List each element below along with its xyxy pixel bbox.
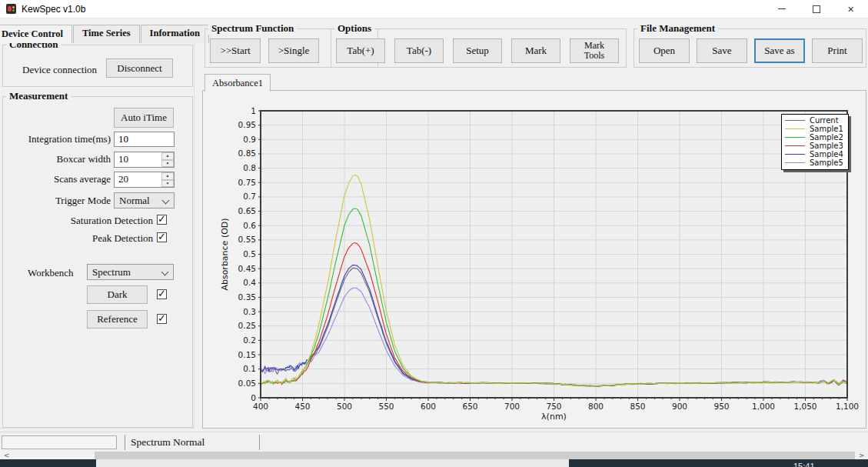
setup-button[interactable]: Setup: [453, 38, 502, 63]
peak-detection-label: Peak Detection: [15, 232, 153, 245]
measurement-groupbox: Measurement Auto iTime Integration time(…: [2, 96, 193, 428]
disconnect-button[interactable]: Disconnect: [106, 58, 173, 78]
spin-down-icon[interactable]: ▼: [161, 180, 174, 188]
taskbar-clock: 15:41: [793, 462, 815, 467]
dark-checkbox[interactable]: [157, 289, 167, 299]
svg-text:0.65: 0.65: [238, 206, 256, 215]
minimize-icon: [778, 8, 786, 9]
legend-item: Sample4: [785, 150, 843, 158]
close-button[interactable]: ×: [833, 0, 868, 18]
saturation-detection-checkbox[interactable]: [157, 215, 167, 225]
workbench-select[interactable]: Spectrum: [87, 264, 174, 280]
reference-button[interactable]: Reference: [87, 310, 148, 329]
tab-information[interactable]: Information: [141, 25, 209, 43]
restore-icon: [813, 5, 820, 13]
legend-item: Sample1: [785, 125, 843, 133]
legend-line-sample: [785, 145, 805, 146]
svg-text:450: 450: [294, 402, 310, 411]
svg-text:1: 1: [251, 106, 256, 115]
svg-text:950: 950: [713, 402, 729, 411]
legend-label: Current: [810, 116, 839, 125]
svg-text:0.35: 0.35: [238, 292, 256, 302]
legend-item: Current: [785, 116, 843, 125]
spin-up-icon[interactable]: ▲: [161, 152, 174, 160]
svg-text:0.2: 0.2: [243, 335, 256, 345]
status-message: Spectrum Normal: [131, 436, 205, 449]
scroll-right-button[interactable]: >: [855, 452, 868, 459]
options-title: Options: [334, 22, 374, 35]
app-window: KewSpec v1.0b × Device ControlTime Serie…: [0, 0, 868, 467]
file-management-title: File Management: [637, 22, 718, 35]
trigger-mode-select[interactable]: Normal: [114, 192, 175, 208]
svg-text:1,000: 1,000: [752, 402, 775, 411]
reference-checkbox[interactable]: [157, 314, 167, 324]
y-axis-title: Absorbance (OD): [220, 218, 230, 290]
spectrum-plot[interactable]: 4004505005506006507007508008509009501,00…: [203, 91, 866, 428]
legend-line-sample: [785, 162, 805, 163]
scans-average-stepper[interactable]: 20 ▲▼: [114, 172, 175, 188]
spin-up-icon[interactable]: ▲: [161, 172, 174, 180]
svg-text:800: 800: [588, 402, 604, 411]
scrollbar-thumb[interactable]: [13, 452, 95, 459]
svg-text:600: 600: [421, 402, 436, 411]
legend-label: Sample1: [810, 125, 843, 133]
chevron-down-icon: [161, 269, 169, 276]
chart-legend: CurrentSample1Sample2Sample3Sample4Sampl…: [781, 114, 849, 170]
spin-down-icon[interactable]: ▼: [161, 160, 174, 168]
svg-text:0.3: 0.3: [243, 307, 256, 316]
scans-average-label: Scans average: [11, 173, 111, 185]
close-icon: ×: [847, 4, 853, 15]
svg-text:750: 750: [546, 402, 561, 411]
boxcar-width-stepper[interactable]: 10 ▲▼: [114, 152, 175, 168]
chart-area[interactable]: 4004505005506006507007508008509009501,00…: [202, 90, 866, 429]
svg-text:850: 850: [630, 402, 645, 411]
svg-text:0.55: 0.55: [238, 235, 256, 244]
scroll-left-button[interactable]: <: [0, 452, 13, 459]
svg-text:650: 650: [462, 402, 477, 411]
svg-text:1,050: 1,050: [793, 402, 816, 411]
spectrum-function-title: Spectrum Function: [208, 22, 297, 35]
peak-detection-checkbox[interactable]: [157, 232, 167, 242]
svg-text:0.25: 0.25: [238, 321, 256, 330]
horizontal-scrollbar[interactable]: < >: [0, 452, 868, 459]
mark-tools-button[interactable]: Mark Tools: [570, 38, 619, 63]
legend-label: Sample4: [810, 150, 843, 158]
mark-button[interactable]: Mark: [511, 38, 560, 63]
tab-plus-button[interactable]: Tab(+): [336, 38, 385, 63]
boxcar-width-label: Boxcar width: [11, 153, 111, 165]
minimize-button[interactable]: [764, 0, 799, 18]
dark-button[interactable]: Dark: [87, 285, 148, 304]
chevron-down-icon: [162, 197, 170, 205]
legend-label: Sample2: [810, 133, 843, 142]
options-groupbox: Options Tab(+)Tab(-)SetupMarkMark Tools: [331, 28, 627, 68]
tab-minus-button[interactable]: Tab(-): [394, 38, 444, 63]
svg-text:0.45: 0.45: [238, 264, 256, 273]
svg-text:0.6: 0.6: [243, 221, 256, 230]
status-separator: [259, 435, 260, 450]
svg-text:0.5: 0.5: [243, 249, 256, 259]
tab-time-series[interactable]: Time Series: [73, 25, 140, 43]
trigger-mode-label: Trigger Mode: [11, 195, 111, 207]
tab-absorbance1[interactable]: Absorbance1: [205, 74, 271, 92]
start-button[interactable]: >>Start: [210, 38, 261, 63]
auto-itime-button[interactable]: Auto iTime: [114, 108, 174, 128]
single-button[interactable]: >Single: [268, 38, 319, 63]
taskbar: 15:41: [0, 459, 868, 467]
open-button[interactable]: Open: [639, 38, 690, 63]
y-tick-labels: 00.050.10.150.20.250.30.350.40.450.50.55…: [238, 106, 257, 402]
gridlines: [261, 111, 847, 398]
save-as-button[interactable]: Save as: [754, 38, 805, 63]
save-button[interactable]: Save: [697, 38, 747, 63]
legend-line-sample: [785, 120, 805, 121]
print-button[interactable]: Print: [812, 38, 863, 63]
svg-text:0.9: 0.9: [243, 135, 256, 144]
restore-button[interactable]: [799, 0, 833, 18]
tab-device-control[interactable]: Device Control: [0, 25, 72, 43]
status-progress-box: [2, 435, 117, 449]
integration-time-input[interactable]: [114, 132, 175, 147]
file-management-groupbox: File Management OpenSaveSave asPrint: [634, 28, 866, 68]
saturation-detection-label: Saturation Detection: [15, 215, 153, 227]
legend-label: Sample3: [810, 142, 843, 150]
legend-line-sample: [785, 154, 805, 155]
svg-text:0.4: 0.4: [243, 278, 256, 287]
